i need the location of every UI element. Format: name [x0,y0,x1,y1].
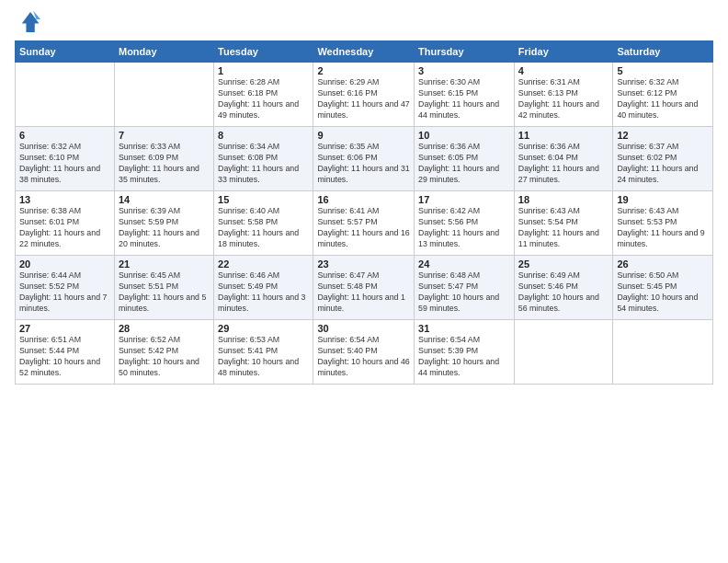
day-number: 20 [19,259,110,270]
day-number: 12 [617,130,709,141]
calendar-cell: 29Sunrise: 6:53 AM Sunset: 5:41 PM Dayli… [214,320,313,385]
calendar-cell: 16Sunrise: 6:41 AM Sunset: 5:57 PM Dayli… [313,191,415,256]
day-info: Sunrise: 6:34 AM Sunset: 6:08 PM Dayligh… [218,142,309,186]
day-number: 26 [617,259,709,270]
calendar-cell: 6Sunrise: 6:32 AM Sunset: 6:10 PM Daylig… [16,127,115,191]
day-info: Sunrise: 6:30 AM Sunset: 6:15 PM Dayligh… [418,77,510,121]
day-number: 13 [19,194,110,205]
header-row: SundayMondayTuesdayWednesdayThursdayFrid… [16,41,713,63]
day-info: Sunrise: 6:46 AM Sunset: 5:49 PM Dayligh… [218,270,309,315]
day-info: Sunrise: 6:47 AM Sunset: 5:48 PM Dayligh… [317,270,410,315]
day-number: 24 [418,259,510,270]
day-number: 16 [317,194,410,205]
day-number: 11 [518,130,609,141]
calendar-cell: 27Sunrise: 6:51 AM Sunset: 5:44 PM Dayli… [16,320,115,385]
day-number: 19 [617,194,709,205]
day-info: Sunrise: 6:51 AM Sunset: 5:44 PM Dayligh… [19,335,110,379]
page: SundayMondayTuesdayWednesdayThursdayFrid… [0,0,728,563]
day-number: 29 [218,323,309,334]
day-header-monday: Monday [114,41,213,63]
calendar-cell: 30Sunrise: 6:54 AM Sunset: 5:40 PM Dayli… [313,320,415,385]
calendar-cell: 9Sunrise: 6:35 AM Sunset: 6:06 PM Daylig… [313,127,415,191]
day-info: Sunrise: 6:32 AM Sunset: 6:12 PM Dayligh… [617,77,709,121]
calendar-cell: 14Sunrise: 6:39 AM Sunset: 5:59 PM Dayli… [114,191,213,256]
calendar-cell: 13Sunrise: 6:38 AM Sunset: 6:01 PM Dayli… [16,191,115,256]
day-info: Sunrise: 6:33 AM Sunset: 6:09 PM Dayligh… [119,142,210,186]
day-number: 21 [119,259,210,270]
day-info: Sunrise: 6:43 AM Sunset: 5:54 PM Dayligh… [518,206,609,250]
day-info: Sunrise: 6:52 AM Sunset: 5:42 PM Dayligh… [119,335,210,379]
calendar-header: SundayMondayTuesdayWednesdayThursdayFrid… [16,41,713,63]
calendar-cell: 25Sunrise: 6:49 AM Sunset: 5:46 PM Dayli… [514,256,613,320]
day-number: 7 [119,130,210,141]
day-info: Sunrise: 6:36 AM Sunset: 6:05 PM Dayligh… [418,142,510,186]
logo [15,9,42,35]
day-info: Sunrise: 6:36 AM Sunset: 6:04 PM Dayligh… [518,142,609,186]
calendar-cell: 26Sunrise: 6:50 AM Sunset: 5:45 PM Dayli… [613,256,713,320]
day-number: 9 [317,130,410,141]
calendar-body: 1Sunrise: 6:28 AM Sunset: 6:18 PM Daylig… [16,63,713,385]
calendar-week-5: 27Sunrise: 6:51 AM Sunset: 5:44 PM Dayli… [16,320,713,385]
day-info: Sunrise: 6:35 AM Sunset: 6:06 PM Dayligh… [317,142,410,186]
calendar-cell: 18Sunrise: 6:43 AM Sunset: 5:54 PM Dayli… [514,191,613,256]
day-number: 14 [119,194,210,205]
calendar-cell [16,63,115,127]
day-number: 27 [19,323,110,334]
calendar-cell: 11Sunrise: 6:36 AM Sunset: 6:04 PM Dayli… [514,127,613,191]
logo-icon [15,9,40,35]
day-info: Sunrise: 6:49 AM Sunset: 5:46 PM Dayligh… [518,270,609,315]
day-header-thursday: Thursday [415,41,515,63]
day-info: Sunrise: 6:50 AM Sunset: 5:45 PM Dayligh… [617,270,709,315]
day-number: 17 [418,194,510,205]
day-info: Sunrise: 6:40 AM Sunset: 5:58 PM Dayligh… [218,206,309,250]
day-info: Sunrise: 6:37 AM Sunset: 6:02 PM Dayligh… [617,142,709,186]
calendar-cell: 23Sunrise: 6:47 AM Sunset: 5:48 PM Dayli… [313,256,415,320]
day-info: Sunrise: 6:29 AM Sunset: 6:16 PM Dayligh… [317,77,410,121]
calendar-cell: 17Sunrise: 6:42 AM Sunset: 5:56 PM Dayli… [415,191,515,256]
calendar-cell [514,320,613,385]
day-info: Sunrise: 6:31 AM Sunset: 6:13 PM Dayligh… [518,77,609,121]
day-info: Sunrise: 6:42 AM Sunset: 5:56 PM Dayligh… [418,206,510,250]
day-header-friday: Friday [514,41,613,63]
calendar-week-2: 6Sunrise: 6:32 AM Sunset: 6:10 PM Daylig… [16,127,713,191]
calendar-cell: 8Sunrise: 6:34 AM Sunset: 6:08 PM Daylig… [214,127,313,191]
header [15,9,713,35]
day-info: Sunrise: 6:28 AM Sunset: 6:18 PM Dayligh… [218,77,309,121]
day-info: Sunrise: 6:38 AM Sunset: 6:01 PM Dayligh… [19,206,110,250]
day-info: Sunrise: 6:54 AM Sunset: 5:40 PM Dayligh… [317,335,410,379]
day-info: Sunrise: 6:39 AM Sunset: 5:59 PM Dayligh… [119,206,210,250]
calendar-cell: 12Sunrise: 6:37 AM Sunset: 6:02 PM Dayli… [613,127,713,191]
calendar-cell: 2Sunrise: 6:29 AM Sunset: 6:16 PM Daylig… [313,63,415,127]
day-info: Sunrise: 6:53 AM Sunset: 5:41 PM Dayligh… [218,335,309,379]
calendar-cell: 4Sunrise: 6:31 AM Sunset: 6:13 PM Daylig… [514,63,613,127]
calendar-cell: 15Sunrise: 6:40 AM Sunset: 5:58 PM Dayli… [214,191,313,256]
day-number: 3 [418,65,510,76]
day-info: Sunrise: 6:44 AM Sunset: 5:52 PM Dayligh… [19,270,110,315]
day-info: Sunrise: 6:45 AM Sunset: 5:51 PM Dayligh… [119,270,210,315]
calendar-cell: 24Sunrise: 6:48 AM Sunset: 5:47 PM Dayli… [415,256,515,320]
day-number: 1 [218,65,309,76]
day-number: 4 [518,65,609,76]
day-header-sunday: Sunday [16,41,115,63]
day-number: 31 [418,323,510,334]
day-info: Sunrise: 6:48 AM Sunset: 5:47 PM Dayligh… [418,270,510,315]
calendar-cell: 19Sunrise: 6:43 AM Sunset: 5:53 PM Dayli… [613,191,713,256]
day-number: 10 [418,130,510,141]
calendar-cell: 20Sunrise: 6:44 AM Sunset: 5:52 PM Dayli… [16,256,115,320]
day-header-tuesday: Tuesday [214,41,313,63]
calendar-cell: 21Sunrise: 6:45 AM Sunset: 5:51 PM Dayli… [114,256,213,320]
day-number: 30 [317,323,410,334]
calendar-week-1: 1Sunrise: 6:28 AM Sunset: 6:18 PM Daylig… [16,63,713,127]
day-number: 22 [218,259,309,270]
day-number: 5 [617,65,709,76]
day-number: 8 [218,130,309,141]
day-number: 23 [317,259,410,270]
day-header-saturday: Saturday [613,41,713,63]
day-number: 6 [19,130,110,141]
calendar-cell: 28Sunrise: 6:52 AM Sunset: 5:42 PM Dayli… [114,320,213,385]
day-number: 25 [518,259,609,270]
day-number: 18 [518,194,609,205]
calendar-week-3: 13Sunrise: 6:38 AM Sunset: 6:01 PM Dayli… [16,191,713,256]
calendar-cell: 31Sunrise: 6:54 AM Sunset: 5:39 PM Dayli… [415,320,515,385]
calendar-week-4: 20Sunrise: 6:44 AM Sunset: 5:52 PM Dayli… [16,256,713,320]
